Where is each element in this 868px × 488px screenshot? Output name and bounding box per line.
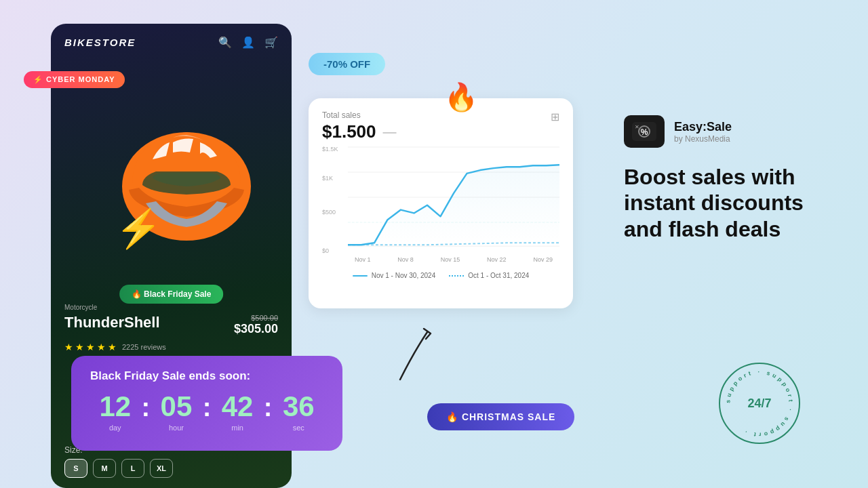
black-friday-tag: 🔥 Black Friday Sale	[119, 285, 224, 304]
star-3: ★	[86, 342, 95, 352]
easy-sale-section: % ✕ Easy:Sale by NexusMedia Boost sales …	[624, 115, 814, 242]
size-m[interactable]: M	[93, 459, 116, 478]
timer-days: 12 day	[90, 392, 140, 432]
chart-legend: Nov 1 - Nov 30, 2024 Oct 1 - Oct 31, 202…	[322, 272, 559, 279]
sales-amount: $1.500	[322, 121, 376, 142]
colon-2: :	[201, 393, 213, 422]
sales-chart-card: Total sales $1.500 — ⊞ $1.5K $1K $500 $0	[309, 98, 573, 308]
product-name: ThunderShell	[64, 314, 160, 331]
svg-text:support · support · support ·: support · support · support ·	[724, 368, 794, 438]
christmas-sale-button[interactable]: 🔥 CHRISTMAS SALE	[427, 403, 574, 430]
legend-nov-label: Nov 1 - Nov 30, 2024	[372, 272, 436, 279]
sale-price: $305.00	[234, 322, 278, 336]
legend-nov: Nov 1 - Nov 30, 2024	[353, 272, 436, 279]
plugin-name: Easy:Sale	[674, 120, 732, 134]
colon-3: :	[262, 393, 274, 422]
countdown-title: Black Friday Sale ends soon:	[90, 369, 323, 383]
reviews-count: 2225 reviews	[122, 343, 166, 351]
timer-hours-value: 05	[151, 392, 201, 421]
discount-badge: -70% OFF	[309, 53, 385, 75]
colon-1: :	[140, 393, 152, 422]
star-4: ★	[97, 342, 106, 352]
boost-text: Boost sales with instant discounts and f…	[624, 164, 814, 242]
total-sales-value: $1.500 —	[322, 121, 397, 142]
bike-store-logo: BIKESTORE	[64, 37, 136, 48]
timer-seconds-label: sec	[274, 424, 324, 432]
timer-seconds-value: 36	[274, 392, 324, 421]
total-sales-label: Total sales	[322, 110, 397, 120]
legend-oct: Oct 1 - Oct 31, 2024	[449, 272, 529, 279]
support-inner: 24/7 support · support · support ·	[719, 363, 800, 444]
legend-line-solid	[353, 275, 368, 277]
size-s[interactable]: S	[64, 459, 87, 478]
chart-plot: Nov 1 Nov 8 Nov 15 Nov 22 Nov 29	[348, 146, 559, 254]
plugin-info: Easy:Sale by NexusMedia	[674, 120, 732, 144]
chart-area: $1.5K $1K $500 $0	[322, 146, 559, 268]
chart-title-block: Total sales $1.500 —	[322, 110, 397, 142]
search-icon[interactable]: 🔍	[218, 36, 232, 49]
legend-line-dotted	[449, 275, 464, 277]
legend-oct-label: Oct 1 - Oct 31, 2024	[468, 272, 529, 279]
header-icons: 🔍 👤 🛒	[218, 36, 278, 49]
svg-text:✕: ✕	[635, 124, 639, 130]
star-2: ★	[75, 342, 84, 352]
bike-store-header: BIKESTORE 🔍 👤 🛒	[51, 24, 292, 61]
timer-days-label: day	[90, 424, 140, 432]
plugin-by: by NexusMedia	[674, 134, 732, 144]
timer-days-value: 12	[90, 392, 140, 421]
plugin-icon: % ✕	[624, 115, 665, 148]
timer-minutes: 42 min	[212, 392, 262, 432]
chart-settings-icon[interactable]: ⊞	[551, 110, 559, 123]
timer-minutes-value: 42	[212, 392, 262, 421]
support-circle: 24/7 support · support · support ·	[719, 363, 800, 444]
easy-sale-plugin: % ✕ Easy:Sale by NexusMedia	[624, 115, 814, 148]
chart-x-labels: Nov 1 Nov 8 Nov 15 Nov 22 Nov 29	[348, 256, 559, 263]
timer-hours: 05 hour	[151, 392, 201, 432]
lightning-icon: ⚡	[115, 207, 162, 251]
timer-seconds: 36 sec	[274, 392, 324, 432]
cyber-monday-badge: ⚡ CYBER MONDAY	[24, 71, 125, 88]
timer-minutes-label: min	[212, 424, 262, 432]
flame-emoji: 🔥	[444, 81, 478, 113]
cart-icon[interactable]: 🛒	[264, 36, 278, 49]
size-l[interactable]: L	[121, 459, 144, 478]
product-name-price: ThunderShell $500.00 $305.00	[64, 314, 278, 336]
size-options: S M L XL	[64, 459, 173, 478]
original-price: $500.00	[234, 314, 278, 322]
arrow-decoration	[387, 319, 441, 386]
chart-y-axis: $1.5K $1K $500 $0	[322, 146, 348, 254]
star-1: ★	[64, 342, 73, 352]
product-category: Motorcycle	[64, 304, 278, 311]
timer-hours-label: hour	[151, 424, 201, 432]
price-block: $500.00 $305.00	[234, 314, 278, 336]
product-info: Motorcycle ThunderShell $500.00 $305.00 …	[51, 304, 292, 352]
svg-text:%: %	[641, 127, 648, 137]
size-xl[interactable]: XL	[150, 459, 173, 478]
star-rating: ★ ★ ★ ★ ★ 2225 reviews	[64, 342, 278, 352]
star-5: ★	[108, 342, 117, 352]
dash-separator: —	[383, 124, 397, 140]
chart-header: Total sales $1.500 — ⊞	[322, 110, 559, 142]
countdown-timer: 12 day : 05 hour : 42 min : 36 sec	[90, 392, 323, 432]
countdown-container: Black Friday Sale ends soon: 12 day : 05…	[71, 356, 342, 451]
user-icon[interactable]: 👤	[241, 36, 255, 49]
